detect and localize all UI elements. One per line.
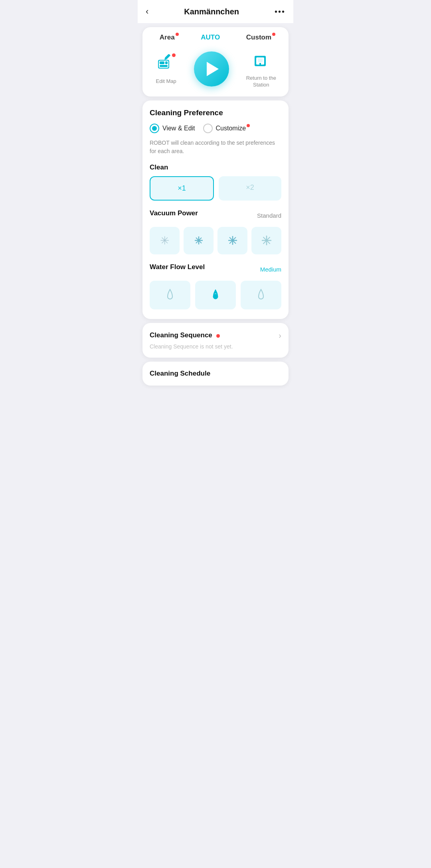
back-button[interactable]: ‹: [146, 6, 148, 17]
customize-radio-outer: [203, 124, 213, 133]
vacuum-power-title: Vacuum Power: [150, 209, 198, 217]
area-tab-dot: [176, 33, 179, 36]
vacuum-level-3[interactable]: [217, 227, 247, 254]
water-drop-icon-3: [255, 288, 267, 302]
tab-custom[interactable]: Custom: [246, 33, 271, 41]
vacuum-power-header: Vacuum Power Standard: [150, 209, 281, 222]
svg-point-20: [231, 239, 234, 242]
edit-map-icon-wrap: [155, 53, 177, 75]
custom-tab-dot: [272, 33, 275, 36]
view-edit-radio[interactable]: View & Edit: [150, 124, 195, 133]
cleaning-preference-card: Cleaning Preference View & Edit Customiz…: [142, 100, 289, 319]
view-edit-radio-inner: [152, 126, 157, 131]
fan-icon-4: [260, 234, 273, 247]
water-drop-icon-2: [209, 288, 222, 302]
cleaning-sequence-title: Cleaning Sequence: [150, 331, 212, 339]
cleaning-sequence-title-wrap: Cleaning Sequence: [150, 331, 220, 339]
fan-icon-1: ✳: [160, 234, 169, 247]
svg-point-15: [198, 239, 200, 242]
edit-map-button[interactable]: Edit Map: [155, 53, 177, 85]
customize-radio[interactable]: Customize: [203, 124, 246, 133]
water-level-3[interactable]: [241, 281, 281, 309]
edit-map-icon: [156, 54, 176, 73]
tab-area[interactable]: Area: [160, 33, 175, 41]
page-title: Kanmännchen: [184, 7, 239, 16]
view-edit-label: View & Edit: [162, 125, 195, 132]
customize-dot: [247, 124, 250, 127]
edit-map-label: Edit Map: [156, 78, 176, 85]
mode-tabs: Area AUTO Custom: [146, 33, 285, 41]
cleaning-sequence-card: Cleaning Sequence › Cleaning Sequence is…: [142, 323, 289, 358]
cleaning-sequence-description: Cleaning Sequence is not set yet.: [150, 343, 281, 350]
preference-radio-group: View & Edit Customize: [150, 124, 281, 133]
clean-subtitle: Clean: [150, 163, 281, 171]
return-station-icon: [251, 50, 271, 71]
vacuum-power-options: ✳: [150, 227, 281, 254]
clean-once-button[interactable]: ×1: [150, 176, 214, 201]
more-button[interactable]: •••: [275, 7, 285, 16]
svg-point-25: [265, 239, 268, 242]
main-action-card: Area AUTO Custom: [142, 27, 289, 96]
water-flow-options: [150, 281, 281, 309]
vacuum-level-2[interactable]: [184, 227, 214, 254]
fan-icon-3: [226, 234, 239, 247]
svg-rect-9: [258, 58, 263, 62]
clean-options: ×1 ×2: [150, 176, 281, 201]
svg-rect-10: [259, 63, 261, 65]
play-icon: [207, 62, 219, 76]
water-flow-header: Water Flow Level Medium: [150, 263, 281, 276]
chevron-right-icon: ›: [279, 331, 281, 340]
svg-rect-3: [165, 61, 168, 64]
return-label: Return to theStation: [246, 75, 276, 89]
cleaning-schedule-card: Cleaning Schedule: [142, 362, 289, 386]
vacuum-power-value: Standard: [257, 212, 281, 219]
return-icon-wrap: [250, 49, 272, 72]
clean-twice-button[interactable]: ×2: [219, 176, 281, 201]
fan-icon-2: [192, 234, 205, 247]
cleaning-sequence-dot: [216, 334, 220, 338]
water-level-2[interactable]: [195, 281, 236, 309]
preference-description: ROBOT will clean according to the set pr…: [150, 139, 281, 155]
water-flow-title: Water Flow Level: [150, 263, 205, 271]
cleaning-preference-title: Cleaning Preference: [150, 108, 281, 117]
action-row: Edit Map Return to theStation: [146, 49, 285, 89]
water-drop-icon-1: [164, 288, 176, 302]
view-edit-radio-outer: [150, 124, 159, 133]
water-level-1[interactable]: [150, 281, 190, 309]
customize-label: Customize: [216, 125, 246, 132]
tab-auto[interactable]: AUTO: [201, 33, 220, 41]
svg-rect-4: [160, 65, 168, 67]
svg-rect-2: [160, 61, 164, 64]
return-to-station-button[interactable]: Return to theStation: [246, 49, 276, 89]
cleaning-sequence-row[interactable]: Cleaning Sequence ›: [150, 331, 281, 340]
vacuum-level-4[interactable]: [251, 227, 281, 254]
header: ‹ Kanmännchen •••: [138, 0, 293, 23]
cleaning-schedule-title: Cleaning Schedule: [150, 370, 281, 378]
play-button[interactable]: [194, 51, 229, 87]
vacuum-level-1[interactable]: ✳: [150, 227, 180, 254]
water-flow-value: Medium: [260, 266, 281, 273]
